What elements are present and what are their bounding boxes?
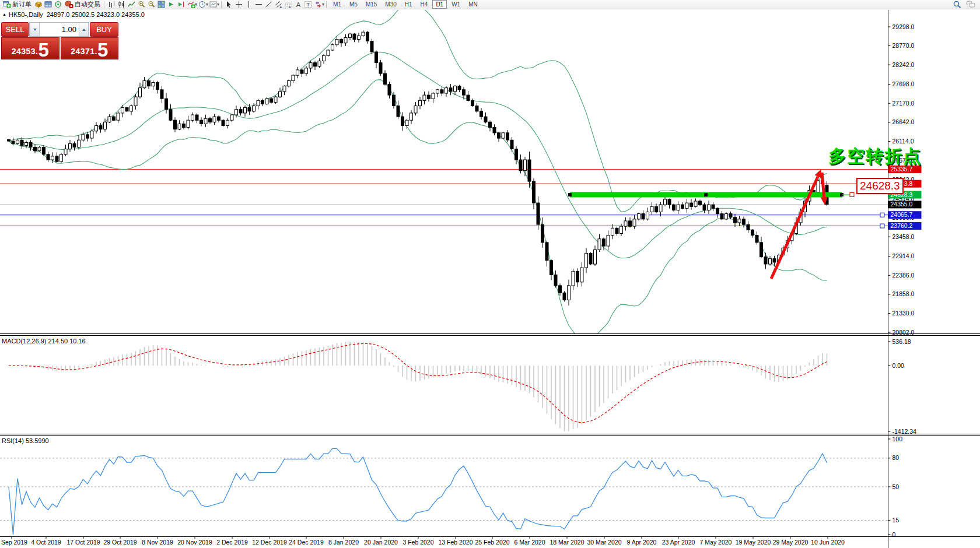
svg-text:100: 100 xyxy=(892,435,903,442)
svg-text:24 Dec 2019: 24 Dec 2019 xyxy=(289,539,324,546)
svg-text:26642.0: 26642.0 xyxy=(892,118,915,125)
navigator-icon[interactable] xyxy=(53,0,63,9)
auto-scroll-icon[interactable] xyxy=(166,0,176,9)
volume-value[interactable]: 1.00 xyxy=(40,23,79,36)
buy-price-panel[interactable]: 24371.5 xyxy=(61,37,119,59)
tile-windows-icon[interactable] xyxy=(156,0,166,9)
svg-text:22386.0: 22386.0 xyxy=(892,272,915,279)
timeframe-button-m1[interactable]: M1 xyxy=(330,0,345,9)
svg-text:29 May 2020: 29 May 2020 xyxy=(773,539,808,546)
volume-stepper: 1.00 xyxy=(29,22,89,37)
timeframe-button-h4[interactable]: H4 xyxy=(417,0,432,9)
chart-title: ▲HK50-,Daily24897.0 25002.5 24323.0 2435… xyxy=(2,11,145,18)
svg-text:22914.0: 22914.0 xyxy=(892,252,915,259)
svg-text:24065.7: 24065.7 xyxy=(891,211,913,218)
turning-point-annotation: 多空转折点 xyxy=(828,145,922,168)
line-handle[interactable] xyxy=(880,213,884,217)
svg-text:7 May 2020: 7 May 2020 xyxy=(700,539,732,546)
channel-icon[interactable]: E xyxy=(274,0,284,9)
svg-text:8 Jan 2020: 8 Jan 2020 xyxy=(328,539,359,546)
dropdown-arrow-icon[interactable]: ▾ xyxy=(322,2,324,7)
timeframe-button-h1[interactable]: H1 xyxy=(401,0,416,9)
chart-shift-icon[interactable] xyxy=(176,0,186,9)
toolbar-drawing-icons: EFAT▾ xyxy=(224,0,324,9)
label-icon[interactable]: T xyxy=(303,0,313,9)
zone-handle[interactable] xyxy=(704,193,708,196)
sell-price-panel[interactable]: 24353.5 xyxy=(1,37,60,59)
crosshair-icon[interactable] xyxy=(234,0,244,9)
svg-text:4 Oct 2019: 4 Oct 2019 xyxy=(31,539,61,546)
zone-handle[interactable] xyxy=(568,193,572,196)
autotrade-label: 自动交易 xyxy=(75,0,100,9)
svg-text:80: 80 xyxy=(892,454,900,461)
autotrade-button[interactable]: 自动交易 xyxy=(63,0,102,9)
fibonacci-icon[interactable]: F xyxy=(284,0,293,9)
trendline-icon[interactable] xyxy=(264,0,274,9)
line-chart-icon[interactable] xyxy=(127,0,136,9)
svg-text:A: A xyxy=(296,1,301,8)
svg-text:10 Jun 2020: 10 Jun 2020 xyxy=(811,539,845,546)
horizontal-line-icon[interactable] xyxy=(254,0,264,9)
macd-panel[interactable]: 536.180.00-1412.34 xyxy=(9,338,916,435)
line-handle[interactable] xyxy=(880,224,884,228)
collapse-triangle-icon[interactable]: ▲ xyxy=(2,12,6,16)
search-icon[interactable] xyxy=(952,0,962,9)
horizontal-lines[interactable] xyxy=(0,169,888,228)
new-order-icon xyxy=(3,0,11,9)
timeframe-button-mn[interactable]: MN xyxy=(465,0,481,9)
vertical-line-icon[interactable] xyxy=(244,0,254,9)
zoom-in-icon[interactable] xyxy=(136,0,146,9)
svg-text:28242.0: 28242.0 xyxy=(892,61,915,68)
triangle-down-icon xyxy=(33,29,37,31)
svg-text:T: T xyxy=(307,2,310,8)
svg-text:21330.0: 21330.0 xyxy=(892,310,915,317)
ohlc-values: 24897.0 25002.5 24323.0 24355.0 xyxy=(47,11,145,18)
bollinger-bands xyxy=(9,2,827,341)
candlestick-chart-icon[interactable] xyxy=(117,0,127,9)
toolbar-right-icons xyxy=(952,0,975,9)
timeframe-button-m30[interactable]: M30 xyxy=(382,0,400,9)
new-order-button[interactable]: 新订单 xyxy=(1,0,33,9)
timeframe-button-d1[interactable]: D1 xyxy=(432,0,447,9)
svg-text:29 Oct 2019: 29 Oct 2019 xyxy=(103,539,136,546)
chart-canvas[interactable]: 29298.028770.028242.027698.027170.026642… xyxy=(0,0,980,548)
buy-button[interactable]: BUY xyxy=(90,22,118,37)
text-icon[interactable]: A xyxy=(293,0,303,9)
dropdown-arrow-icon[interactable]: ▾ xyxy=(217,2,219,7)
svg-text:12 Dec 2019: 12 Dec 2019 xyxy=(252,539,287,546)
sell-price-pip: 5 xyxy=(38,42,48,59)
svg-text:26114.0: 26114.0 xyxy=(892,138,914,145)
cursor-icon[interactable] xyxy=(224,0,234,9)
chat-icon[interactable] xyxy=(965,0,975,9)
market-watch-icon[interactable] xyxy=(33,0,43,9)
price-axis[interactable]: 29298.028770.028242.027698.027170.026642… xyxy=(888,10,922,548)
zoom-out-icon[interactable] xyxy=(146,0,156,9)
svg-text:0.00: 0.00 xyxy=(892,362,905,369)
timeframe-button-m15[interactable]: M15 xyxy=(362,0,380,9)
new-order-label: 新订单 xyxy=(12,0,32,9)
volume-down-button[interactable] xyxy=(30,23,40,36)
svg-text:19 May 2020: 19 May 2020 xyxy=(736,539,771,546)
timeframe-button-m5[interactable]: M5 xyxy=(346,0,361,9)
svg-text:8 Nov 2019: 8 Nov 2019 xyxy=(142,539,173,546)
rsi-panel[interactable]: 1008050150 xyxy=(0,435,902,538)
svg-text:E: E xyxy=(280,5,282,8)
svg-text:28770.0: 28770.0 xyxy=(892,42,915,49)
volume-up-button[interactable] xyxy=(79,23,89,36)
svg-text:15: 15 xyxy=(892,517,900,524)
price-level-label[interactable]: 24628.3 xyxy=(856,178,904,194)
timeframe-button-w1[interactable]: W1 xyxy=(448,0,464,9)
label-handle[interactable] xyxy=(850,193,854,197)
toolbar-separator xyxy=(326,1,327,8)
svg-text:23458.0: 23458.0 xyxy=(892,233,915,240)
date-axis[interactable]: 3 Sep 20194 Oct 201917 Oct 201929 Oct 20… xyxy=(0,537,845,546)
sell-button[interactable]: SELL xyxy=(1,22,29,37)
data-window-icon[interactable] xyxy=(43,0,53,9)
symbol-period-label: HK50-,Daily xyxy=(9,11,43,18)
svg-text:23 Apr 2020: 23 Apr 2020 xyxy=(662,539,695,546)
svg-text:27170.0: 27170.0 xyxy=(892,100,915,107)
svg-text:25 Feb 2020: 25 Feb 2020 xyxy=(475,539,510,546)
bars-chart-icon[interactable] xyxy=(107,0,117,9)
svg-text:6 Mar 2020: 6 Mar 2020 xyxy=(514,539,545,546)
svg-text:18 Mar 2020: 18 Mar 2020 xyxy=(550,539,584,546)
